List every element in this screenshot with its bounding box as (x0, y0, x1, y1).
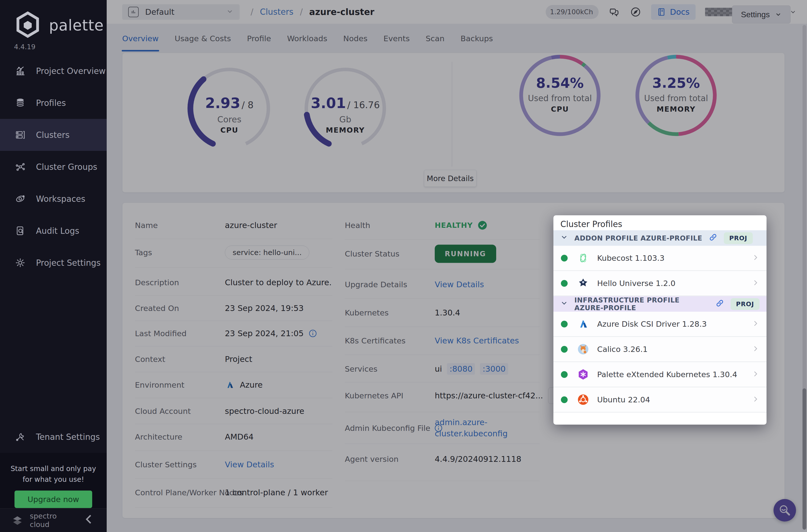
pxk-icon (577, 368, 589, 380)
project-overview-icon (15, 66, 25, 76)
sidebar-item-label: Project Overview (36, 66, 106, 76)
section-header-label: INFRASTRUCTURE PROFILE AZURE-PROFILE (575, 296, 709, 312)
sidebar-item-label: Tenant Settings (36, 432, 100, 442)
gear-icon (15, 258, 25, 268)
sidebar-item-audit-logs[interactable]: Audit Logs (0, 215, 107, 247)
kubecost-icon (577, 252, 589, 264)
spectro-cloud-label: spectro cloud (30, 512, 76, 529)
hello-universe-icon (577, 277, 589, 289)
chevron-right-icon (752, 320, 759, 328)
sidebar-item-cluster-groups[interactable]: Cluster Groups (0, 151, 107, 183)
clusters-icon (15, 130, 25, 140)
spectro-cloud-icon (11, 514, 24, 527)
sidebar-tenant: Tenant Settings (0, 421, 107, 453)
upgrade-now-button[interactable]: Upgrade now (15, 491, 92, 508)
palette-logo: palette (13, 11, 104, 40)
sidebar-item-label: Clusters (36, 130, 70, 140)
pack-name: Calico 3.26.1 (597, 345, 648, 354)
calico-icon (577, 343, 589, 355)
panel-title: Cluster Profiles (553, 215, 767, 230)
cluster-profiles-panel: Cluster Profiles ADDON PROFILE AZURE-PRO… (553, 215, 767, 424)
status-dot (561, 396, 568, 403)
upgrade-promo: Start small and only pay for what you us… (0, 453, 107, 508)
promo-line1: Start small and only pay (0, 463, 107, 474)
section-header-label: ADDON PROFILE AZURE-PROFILE (575, 234, 702, 242)
link-icon (709, 233, 717, 243)
profile-pack-row-calico-3-26-1[interactable]: Calico 3.26.1 (553, 337, 767, 362)
scope-badge: PROJ (724, 232, 753, 244)
brand-name: palette (49, 17, 104, 34)
sidebar-item-label: Cluster Groups (36, 162, 97, 172)
chevron-right-icon (752, 396, 759, 404)
sidebar-item-tenant-settings[interactable]: Tenant Settings (0, 421, 107, 453)
profile-pack-row-azure-disk-csi-driver-1-28-3[interactable]: Azure Disk CSI Driver 1.28.3 (553, 312, 767, 337)
status-dot (561, 280, 568, 287)
chevron-down-icon (560, 233, 568, 243)
sidebar-item-label: Workspaces (36, 194, 86, 204)
profile-section-header-infra[interactable]: INFRASTRUCTURE PROFILE AZURE-PROFILEPROJ (553, 296, 767, 312)
audit-logs-icon (15, 226, 25, 236)
profile-pack-row-kubecost-1-103-3[interactable]: Kubecost 1.103.3 (553, 246, 767, 271)
profile-pack-row-palette-extended-kubernetes-1-30-4[interactable]: Palette eXtended Kubernetes 1.30.4 (553, 362, 767, 387)
status-dot (561, 371, 568, 378)
profile-pack-row-ubuntu-22-04[interactable]: Ubuntu 22.04 (553, 387, 767, 413)
profile-section-header-addon[interactable]: ADDON PROFILE AZURE-PROFILEPROJ (553, 230, 767, 246)
sidebar-menu: Project OverviewProfilesClustersCluster … (0, 55, 107, 279)
sidebar-item-label: Audit Logs (36, 226, 79, 236)
chevron-right-icon (752, 345, 759, 353)
palette-logo-icon (13, 11, 42, 40)
pack-name: Ubuntu 22.04 (597, 395, 650, 404)
sidebar-item-clusters[interactable]: Clusters (0, 119, 107, 151)
workspaces-icon (15, 194, 25, 204)
link-icon (716, 299, 724, 309)
sidebar-item-profiles[interactable]: Profiles (0, 87, 107, 119)
profile-pack-row-hello-universe-1-2-0[interactable]: Hello Universe 1.2.0 (553, 271, 767, 296)
promo-line2: for what you use! (0, 474, 107, 485)
app-version: 4.4.19 (14, 43, 36, 51)
chevron-down-icon (560, 300, 568, 308)
status-dot (561, 255, 568, 262)
pack-name: Hello Universe 1.2.0 (597, 279, 676, 288)
ubuntu-icon (577, 394, 589, 406)
profiles-icon (15, 98, 25, 108)
chevron-right-icon (752, 370, 759, 378)
sidebar-item-project-overview[interactable]: Project Overview (0, 55, 107, 87)
palette-console-screen: palette 4.4.19 Project OverviewProfilesC… (0, 0, 807, 532)
pack-name: Kubecost 1.103.3 (597, 253, 664, 263)
azure-icon (577, 318, 589, 330)
sidebar: palette 4.4.19 Project OverviewProfilesC… (0, 0, 107, 532)
sidebar-item-label: Project Settings (36, 258, 101, 268)
status-dot (561, 321, 568, 327)
sidebar-item-label: Profiles (36, 98, 66, 108)
sidebar-collapse-icon[interactable] (82, 513, 96, 528)
scope-badge: PROJ (731, 298, 759, 310)
sidebar-item-workspaces[interactable]: Workspaces (0, 183, 107, 215)
sidebar-footer: spectro cloud (0, 508, 107, 532)
sidebar-item-project-settings[interactable]: Project Settings (0, 247, 107, 279)
tools-icon (15, 432, 25, 442)
status-dot (561, 346, 568, 353)
chevron-right-icon (752, 254, 759, 262)
cluster-groups-icon (15, 162, 25, 172)
pack-name: Azure Disk CSI Driver 1.28.3 (597, 320, 707, 328)
chevron-right-icon (752, 279, 759, 287)
pack-name: Palette eXtended Kubernetes 1.30.4 (597, 370, 737, 379)
